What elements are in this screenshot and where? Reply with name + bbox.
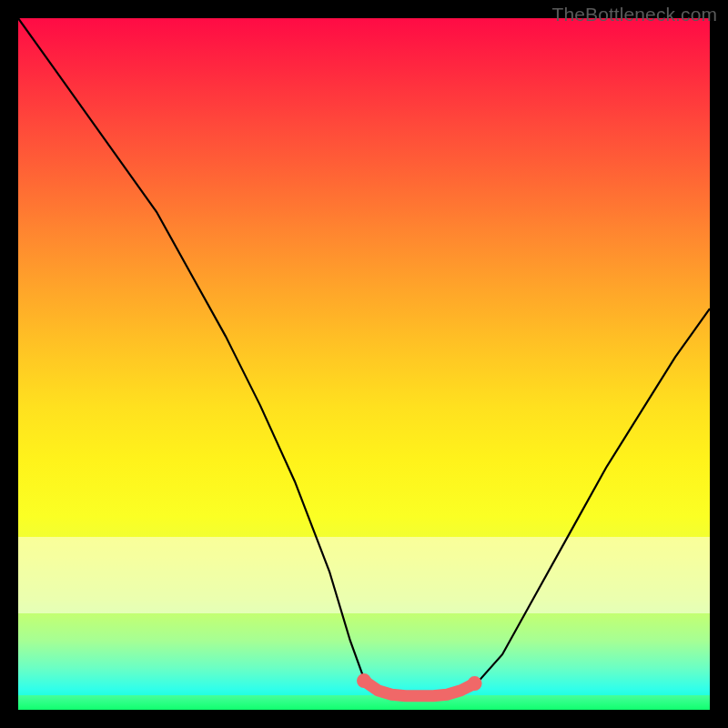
- watermark-text: TheBottleneck.com: [552, 4, 717, 25]
- highlight-dot: [468, 676, 482, 691]
- plot-area: [18, 18, 710, 710]
- highlight-dot: [357, 673, 371, 688]
- main-curve: [18, 18, 710, 696]
- chart-frame: TheBottleneck.com: [0, 0, 728, 728]
- highlight-stroke: [364, 681, 475, 696]
- curve-svg: [18, 18, 710, 710]
- highlight-group: [357, 673, 482, 696]
